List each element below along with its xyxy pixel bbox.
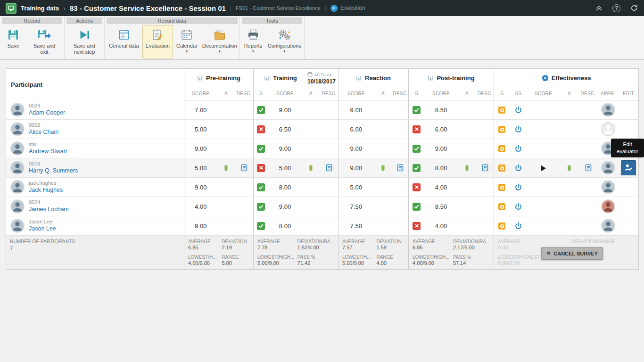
ribbon-button-evaluation[interactable]: Evaluation <box>142 25 173 58</box>
effectiveness-description-cell <box>579 120 598 139</box>
refresh-icon[interactable] <box>630 4 638 12</box>
collapse-ribbon-icon[interactable] <box>594 4 603 12</box>
participant-name-link[interactable]: Adam Cooper <box>29 109 65 117</box>
ribbon-button-documentation[interactable]: Documentation▼ <box>201 25 239 58</box>
post-score-cell: 6.00 <box>425 120 458 139</box>
group-header-training: TrainingACTUAL10/18/2017 <box>254 69 339 88</box>
effectiveness-activation-cell <box>510 139 527 158</box>
approver-cell <box>598 197 619 216</box>
reaction-description-cell <box>393 120 409 139</box>
ribbon-button-save-and-exit[interactable]: Save and exit <box>25 25 63 58</box>
ribbon-button-configurations[interactable]: Configurations▼ <box>265 25 303 58</box>
description-icon[interactable] <box>397 164 404 172</box>
start-survey-icon[interactable] <box>541 165 546 171</box>
subcolumn-header: A <box>458 88 477 100</box>
participant-name-link[interactable]: Harry Q. Summers <box>29 167 78 175</box>
ribbon-button-label: Documentation <box>202 43 237 49</box>
ribbon-button-label: Calendar <box>176 43 198 49</box>
ribbon-button-reports[interactable]: Reports▼ <box>241 25 266 58</box>
approver-cell <box>598 216 619 236</box>
ribbon-group-record: Record SaveSave and exit <box>0 16 65 59</box>
power-icon[interactable] <box>514 106 522 114</box>
actual-label: ACTUAL <box>314 72 332 77</box>
divider: | <box>325 5 326 11</box>
group-label: Pre-training <box>206 74 240 82</box>
power-icon[interactable] <box>514 164 522 172</box>
effectiveness-score-cell <box>527 120 560 139</box>
summary-stat: LOWEST/HIGH...4.00/9.00 <box>413 255 451 266</box>
description-icon[interactable] <box>326 164 332 172</box>
power-icon[interactable] <box>514 125 522 133</box>
post-attachment-cell <box>458 158 477 178</box>
training-attachment-cell <box>302 158 321 178</box>
participant-name-link[interactable]: Alice Chain <box>29 129 58 136</box>
chevron-down-icon: ▼ <box>218 50 221 53</box>
attachment-icon[interactable] <box>464 164 470 172</box>
training-status-cell <box>254 216 269 236</box>
pass-status-icon <box>413 106 421 114</box>
subcolumn-header: SCORE <box>527 88 560 100</box>
edit-cell <box>619 178 639 197</box>
effectiveness-attachment-cell <box>560 158 579 178</box>
subcolumn-header: DESC. <box>235 88 254 100</box>
fail-status-icon <box>257 125 265 133</box>
training-attachment-cell <box>302 178 321 197</box>
effectiveness-attachment-cell <box>560 197 579 216</box>
power-icon[interactable] <box>514 203 522 211</box>
subcolumn-header: A <box>217 88 235 100</box>
participant-name-link[interactable]: Jack Hughes <box>29 187 63 194</box>
pass-status-icon <box>257 106 265 114</box>
power-icon[interactable] <box>514 222 522 230</box>
group-header-effectiveness: Effectiveness <box>494 69 639 88</box>
help-icon[interactable]: ? <box>612 4 620 12</box>
pre-description-cell <box>235 216 254 236</box>
ribbon-button-save[interactable]: Save <box>1 25 25 58</box>
approver-avatar[interactable] <box>601 180 615 194</box>
pre-score-cell: 7.00 <box>184 100 217 120</box>
participant-name-link[interactable]: Jason Lee <box>29 225 56 233</box>
post-description-cell <box>477 120 494 139</box>
metrics-icon <box>356 75 362 81</box>
pre-score-cell: 9.00 <box>184 216 217 236</box>
subcolumn-header: A <box>560 88 579 100</box>
pre-description-cell <box>235 139 254 158</box>
participant-name-link[interactable]: Andrew Stwart <box>29 148 67 156</box>
effectiveness-activation-cell <box>510 120 527 139</box>
power-icon[interactable] <box>514 145 522 153</box>
summary-stat: AVERAGE7.57 <box>342 239 374 250</box>
ribbon-button-save-and-next-step[interactable]: Save and next step <box>66 25 103 58</box>
approver-avatar[interactable] <box>601 161 615 175</box>
pre-description-cell <box>235 158 254 178</box>
subcolumn-header: SCORE <box>269 88 302 100</box>
training-attachment-cell <box>302 120 321 139</box>
description-icon[interactable] <box>585 164 592 172</box>
pre-description-cell <box>235 100 254 120</box>
attachment-icon[interactable] <box>380 164 386 172</box>
description-icon[interactable] <box>482 164 488 172</box>
fail-status-icon <box>413 183 421 191</box>
approver-avatar[interactable] <box>601 219 615 233</box>
attachment-icon[interactable] <box>223 164 229 172</box>
ribbon-button-calendar[interactable]: Calendar▼ <box>173 25 201 58</box>
reaction-score-cell: 9.00 <box>339 158 374 178</box>
subcolumn-header: DESC. <box>579 88 598 100</box>
effectiveness-survey-cell <box>494 158 510 178</box>
power-icon[interactable] <box>514 183 522 191</box>
summary-stat: DEVIATION/RA...2.17/5.00 <box>453 239 490 250</box>
approver-avatar[interactable] <box>601 103 615 117</box>
attachment-icon[interactable] <box>308 164 314 172</box>
post-score-cell: 8.50 <box>425 197 458 216</box>
approver-avatar[interactable] <box>601 122 615 136</box>
cancel-survey-button[interactable]: ✕CANCEL SURVEY <box>541 247 603 260</box>
training-description-cell <box>321 139 339 158</box>
ribbon-button-general-data[interactable]: General data <box>106 25 142 58</box>
ribbon-button-label: General data <box>109 43 139 49</box>
training-score-cell: 9.00 <box>269 139 302 158</box>
edit-evaluator-button[interactable] <box>621 160 636 175</box>
pass-status-icon <box>413 145 421 153</box>
reaction-attachment-cell <box>374 100 393 120</box>
participant-name-link[interactable]: James Locham <box>29 206 69 214</box>
description-icon[interactable] <box>241 164 248 172</box>
approver-avatar[interactable] <box>601 199 615 214</box>
attachment-icon[interactable] <box>566 164 572 172</box>
